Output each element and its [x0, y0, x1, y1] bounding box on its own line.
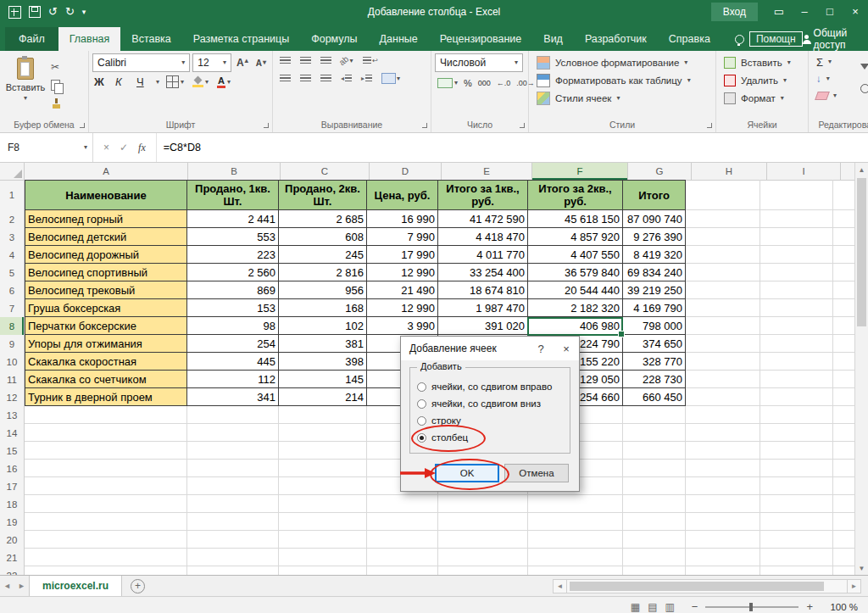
number-format-dropdown-icon[interactable]: ▾ — [515, 59, 518, 66]
column-header-D[interactable]: D — [370, 163, 442, 181]
normal-view-icon[interactable]: ▦ — [631, 601, 640, 613]
cell-x18[interactable] — [833, 495, 854, 513]
cell-x14[interactable] — [833, 424, 854, 442]
sheet-tab-active[interactable]: microexcel.ru — [29, 576, 122, 596]
row-header-8[interactable]: 8 — [0, 317, 25, 336]
cell-A14[interactable] — [25, 424, 187, 442]
ribbon-display-options-icon[interactable]: ▭ — [766, 0, 792, 24]
cell-B12[interactable]: 341 — [187, 388, 279, 406]
align-top-button[interactable] — [276, 53, 294, 68]
cell-A1[interactable]: Наименование — [25, 180, 187, 210]
ribbon-tab-Справка[interactable]: Справка — [658, 27, 721, 51]
cell-H6[interactable] — [686, 281, 760, 299]
sort-filter-button[interactable]: ▾ — [856, 55, 868, 77]
cell-C21[interactable] — [279, 549, 367, 566]
cell-A18[interactable] — [25, 495, 187, 513]
cell-H18[interactable] — [686, 495, 760, 513]
cell-G8[interactable]: 798 000 — [623, 317, 686, 335]
row-header-2[interactable]: 2 — [0, 210, 25, 229]
cell-I13[interactable] — [760, 406, 833, 424]
row-header-9[interactable]: 9 — [0, 335, 25, 354]
ribbon-tab-Данные[interactable]: Данные — [369, 27, 429, 51]
insert-function-icon[interactable]: fx — [138, 142, 146, 154]
merge-center-button[interactable]: ▾ — [378, 71, 403, 86]
cell-F4[interactable]: 4 407 550 — [528, 246, 623, 264]
cell-H9[interactable] — [686, 335, 760, 353]
cell-G6[interactable]: 39 219 250 — [623, 281, 686, 299]
vertical-scroll-thumb[interactable] — [857, 178, 866, 326]
cell-B22[interactable] — [187, 566, 279, 575]
row-header-16[interactable]: 16 — [0, 460, 25, 478]
cell-D2[interactable]: 16 990 — [367, 210, 438, 228]
paste-button[interactable]: Вставить ▾ — [3, 53, 47, 102]
cell-H22[interactable] — [686, 566, 760, 575]
cell-H17[interactable] — [686, 477, 760, 495]
cell-H8[interactable] — [686, 317, 760, 335]
font-name-select[interactable]: Calibri ▾ — [92, 53, 190, 72]
ribbon-tab-Формулы[interactable]: Формулы — [300, 27, 368, 51]
cell-A9[interactable]: Упоры для отжимания — [25, 335, 187, 353]
cell-C18[interactable] — [279, 495, 367, 513]
cell-E4[interactable]: 4 011 770 — [438, 246, 528, 264]
ribbon-tab-Разметка страницы[interactable]: Разметка страницы — [182, 27, 300, 51]
redo-icon[interactable]: ↻ — [65, 0, 75, 24]
fill-button[interactable]: ↓ ▾ — [812, 70, 856, 87]
cell-D5[interactable]: 12 990 — [367, 264, 438, 281]
scroll-up-icon[interactable]: ▲ — [855, 163, 868, 176]
wrap-text-button[interactable]: ↩ — [358, 53, 383, 68]
cell-D21[interactable] — [367, 549, 438, 566]
cell-E7[interactable]: 1 987 470 — [438, 299, 528, 317]
column-header-partial[interactable] — [841, 163, 854, 181]
cell-G13[interactable] — [623, 406, 686, 424]
new-sheet-button[interactable]: + — [131, 579, 145, 593]
cell-I12[interactable] — [760, 388, 833, 406]
cell-F5[interactable]: 36 579 840 — [528, 264, 623, 281]
cell-H10[interactable] — [686, 353, 760, 371]
customize-qat-icon[interactable]: ▾ — [82, 0, 86, 24]
cell-G20[interactable] — [623, 531, 686, 549]
cell-G11[interactable]: 228 730 — [623, 371, 686, 388]
save-icon[interactable] — [29, 6, 41, 18]
fill-color-button[interactable]: ▾ — [191, 76, 210, 87]
row-header-11[interactable]: 11 — [0, 371, 25, 389]
find-select-button[interactable]: ▾ — [856, 77, 868, 99]
cell-E22[interactable] — [438, 566, 528, 575]
cell-E1[interactable]: Итого за 1кв., руб. — [438, 180, 528, 210]
column-header-H[interactable]: H — [692, 163, 767, 181]
cell-x12[interactable] — [833, 388, 854, 406]
cell-I7[interactable] — [760, 299, 833, 317]
cell-A12[interactable]: Турник в дверной проем — [25, 388, 187, 406]
cell-x15[interactable] — [833, 442, 854, 460]
cell-E19[interactable] — [438, 513, 528, 531]
format-painter-button[interactable] — [51, 97, 71, 111]
cell-H1[interactable] — [686, 180, 760, 210]
cell-C9[interactable]: 381 — [279, 335, 367, 353]
cell-B4[interactable]: 223 — [187, 246, 279, 264]
underline-button[interactable]: Ч — [135, 75, 151, 88]
cell-I4[interactable] — [760, 246, 833, 264]
row-header-22[interactable]: 22 — [0, 566, 25, 575]
page-break-view-icon[interactable]: ▥ — [665, 601, 674, 613]
page-layout-view-icon[interactable]: ▤ — [648, 601, 657, 613]
comma-style-button[interactable]: 000 — [476, 75, 493, 91]
cell-D8[interactable]: 3 990 — [367, 317, 438, 335]
cell-H20[interactable] — [686, 531, 760, 549]
format-as-table-button[interactable]: Форматировать как таблицу ▾ — [532, 71, 712, 89]
borders-button[interactable]: ▾ — [164, 75, 186, 88]
cell-B6[interactable]: 869 — [187, 281, 279, 299]
cell-I20[interactable] — [760, 531, 833, 549]
cell-I11[interactable] — [760, 371, 833, 388]
cell-A19[interactable] — [25, 513, 187, 531]
cell-B8[interactable]: 98 — [187, 317, 279, 335]
cell-G17[interactable] — [623, 477, 686, 495]
row-header-5[interactable]: 5 — [0, 264, 25, 282]
cell-B16[interactable] — [187, 460, 279, 477]
cell-C4[interactable]: 245 — [279, 246, 367, 264]
cell-G21[interactable] — [623, 549, 686, 566]
name-box-dropdown-icon[interactable]: ▾ — [84, 144, 87, 151]
cell-C8[interactable]: 102 — [279, 317, 367, 335]
cell-C3[interactable]: 608 — [279, 228, 367, 246]
radio-option-4[interactable]: столбец — [417, 429, 563, 446]
cell-x4[interactable] — [833, 246, 854, 264]
share-button[interactable]: Общий доступ — [803, 27, 868, 51]
